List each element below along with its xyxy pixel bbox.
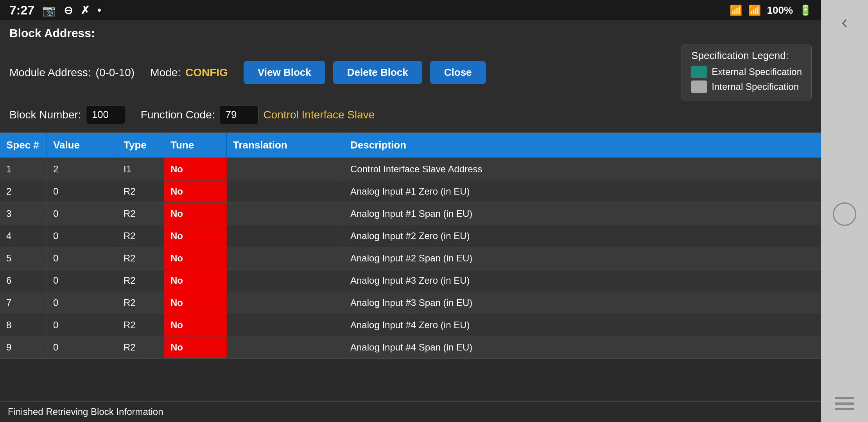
cell-translation bbox=[227, 247, 344, 269]
table-row: 70R2NoAnalog Input #3 Span (in EU) bbox=[0, 292, 821, 314]
cell-value: 0 bbox=[47, 181, 117, 202]
cell-spec: 9 bbox=[0, 336, 47, 358]
table-body: 12I1NoControl Interface Slave Address20R… bbox=[0, 158, 821, 401]
cell-translation bbox=[227, 181, 344, 202]
cell-translation bbox=[227, 292, 344, 314]
app-area: 7:27 📷 ⊖ ✗ • 📶 📶 100% 🔋 Block Address: M… bbox=[0, 0, 821, 422]
status-bottom: Finished Retrieving Block Information bbox=[0, 401, 821, 422]
sidebar-line-3 bbox=[835, 408, 854, 410]
battery-icon: 🔋 bbox=[799, 4, 812, 16]
spec-legend: Specification Legend: External Specifica… bbox=[681, 45, 812, 100]
legend-title: Specification Legend: bbox=[691, 50, 802, 62]
cell-tune: No bbox=[164, 225, 227, 247]
function-code-desc: Control Interface Slave bbox=[264, 109, 375, 121]
table-row: 40R2NoAnalog Input #2 Zero (in EU) bbox=[0, 225, 821, 247]
external-spec-item: External Specification bbox=[691, 66, 802, 78]
mode-value: CONFIG bbox=[185, 66, 228, 79]
cell-description: Analog Input #3 Zero (in EU) bbox=[344, 270, 821, 291]
table-row: 30R2NoAnalog Input #1 Span (in EU) bbox=[0, 203, 821, 225]
table-row: 12I1NoControl Interface Slave Address bbox=[0, 158, 821, 181]
col-value: Value bbox=[47, 133, 117, 157]
module-address-group: Module Address: (0-0-10) bbox=[9, 66, 135, 79]
col-tune: Tune bbox=[164, 133, 227, 157]
table-header: Spec # Value Type Tune Translation Descr… bbox=[0, 133, 821, 158]
header-row2: Module Address: (0-0-10) Mode: CONFIG Vi… bbox=[9, 45, 812, 100]
header-row3: Block Number: Function Code: Control Int… bbox=[9, 105, 812, 124]
cell-value: 0 bbox=[47, 314, 117, 336]
block-number-group: Block Number: bbox=[9, 105, 125, 124]
view-block-button[interactable]: View Block bbox=[244, 61, 325, 84]
cell-translation bbox=[227, 225, 344, 247]
col-description: Description bbox=[344, 133, 821, 157]
cell-type: R2 bbox=[117, 203, 164, 225]
buttons-group: View Block Delete Block Close bbox=[244, 61, 486, 84]
cell-type: R2 bbox=[117, 336, 164, 358]
dot-icon: • bbox=[97, 4, 101, 16]
right-sidebar: ‹ bbox=[821, 0, 868, 422]
cell-translation bbox=[227, 270, 344, 291]
external-spec-swatch bbox=[691, 66, 707, 78]
module-address-value: (0-0-10) bbox=[96, 66, 135, 79]
minus-icon: ⊖ bbox=[64, 4, 73, 17]
table-row: 90R2NoAnalog Input #4 Span (in EU) bbox=[0, 336, 821, 359]
cell-type: R2 bbox=[117, 225, 164, 247]
table-row: 20R2NoAnalog Input #1 Zero (in EU) bbox=[0, 181, 821, 203]
cell-spec: 3 bbox=[0, 203, 47, 225]
close-button[interactable]: Close bbox=[430, 61, 486, 84]
cell-value: 0 bbox=[47, 292, 117, 314]
mode-group: Mode: CONFIG bbox=[150, 66, 228, 79]
table-row: 50R2NoAnalog Input #2 Span (in EU) bbox=[0, 247, 821, 270]
cell-spec: 5 bbox=[0, 247, 47, 269]
cell-value: 0 bbox=[47, 225, 117, 247]
external-spec-label: External Specification bbox=[712, 66, 802, 77]
cell-value: 0 bbox=[47, 247, 117, 269]
table-container: Spec # Value Type Tune Translation Descr… bbox=[0, 133, 821, 401]
cell-type: R2 bbox=[117, 292, 164, 314]
cell-spec: 4 bbox=[0, 225, 47, 247]
chevron-left-icon[interactable]: ‹ bbox=[831, 8, 858, 35]
internal-spec-item: Internal Specification bbox=[691, 80, 802, 93]
table-row: 60R2NoAnalog Input #3 Zero (in EU) bbox=[0, 270, 821, 292]
cell-type: R2 bbox=[117, 314, 164, 336]
cell-spec: 1 bbox=[0, 158, 47, 180]
cell-description: Control Interface Slave Address bbox=[344, 158, 821, 180]
block-number-input[interactable] bbox=[86, 105, 125, 124]
block-number-label: Block Number: bbox=[9, 109, 81, 121]
cell-tune: No bbox=[164, 270, 227, 291]
cell-value: 0 bbox=[47, 270, 117, 291]
cell-tune: No bbox=[164, 158, 227, 180]
circle-button[interactable] bbox=[833, 202, 856, 226]
cell-description: Analog Input #4 Span (in EU) bbox=[344, 336, 821, 358]
status-right: 📶 📶 100% 🔋 bbox=[730, 4, 812, 16]
cell-spec: 7 bbox=[0, 292, 47, 314]
cell-description: Analog Input #1 Zero (in EU) bbox=[344, 181, 821, 202]
header-panel: Block Address: Module Address: (0-0-10) … bbox=[0, 20, 821, 133]
cell-translation bbox=[227, 158, 344, 180]
status-bottom-text: Finished Retrieving Block Information bbox=[8, 406, 163, 417]
internal-spec-label: Internal Specification bbox=[712, 81, 799, 92]
col-translation: Translation bbox=[227, 133, 344, 157]
cell-description: Analog Input #4 Zero (in EU) bbox=[344, 314, 821, 336]
cell-type: R2 bbox=[117, 270, 164, 291]
function-code-label: Function Code: bbox=[141, 109, 215, 121]
cell-value: 2 bbox=[47, 158, 117, 180]
cell-translation bbox=[227, 336, 344, 358]
cell-spec: 2 bbox=[0, 181, 47, 202]
cell-value: 0 bbox=[47, 336, 117, 358]
sidebar-line-2 bbox=[835, 402, 854, 405]
header-row1: Block Address: bbox=[9, 27, 812, 40]
cell-type: R2 bbox=[117, 181, 164, 202]
wifi-icon: 📶 bbox=[730, 4, 742, 16]
cell-tune: No bbox=[164, 336, 227, 358]
cell-translation bbox=[227, 314, 344, 336]
delete-block-button[interactable]: Delete Block bbox=[333, 61, 422, 84]
signal-icon: 📶 bbox=[748, 4, 761, 16]
function-code-group: Function Code: Control Interface Slave bbox=[141, 105, 375, 124]
close-icon: ✗ bbox=[81, 4, 90, 17]
cell-tune: No bbox=[164, 203, 227, 225]
cell-value: 0 bbox=[47, 203, 117, 225]
col-spec: Spec # bbox=[0, 133, 47, 157]
function-code-input[interactable] bbox=[220, 105, 259, 124]
cell-description: Analog Input #3 Span (in EU) bbox=[344, 292, 821, 314]
battery-text: 100% bbox=[767, 4, 793, 16]
